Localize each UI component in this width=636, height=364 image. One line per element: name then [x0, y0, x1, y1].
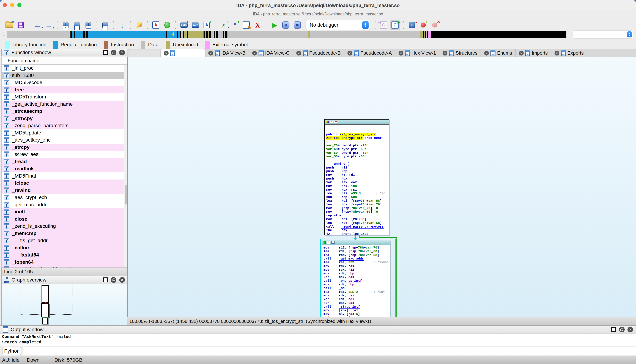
node-group-icon[interactable]: [334, 120, 337, 123]
graph-overview-minimap[interactable]: [2, 284, 127, 325]
make-data-button[interactable]: DATA+: [191, 20, 200, 30]
search-immediate-button[interactable]: #: [61, 20, 71, 30]
asm-line[interactable]: var_70= qword ptr -70h: [326, 144, 388, 148]
tab-pseudocode-a[interactable]: ×Pseudocode-A: [344, 49, 395, 57]
make-name-button[interactable]: s+▾: [219, 20, 228, 30]
function-row[interactable]: f_php_info_print_table_end: [2, 266, 127, 268]
asm-line[interactable]: lea rsi, aSS ; "%s%s": [323, 260, 388, 264]
function-row[interactable]: f_MD5Update: [2, 129, 127, 136]
asm-line[interactable]: call _zend_parse_parameters: [326, 225, 388, 229]
asm-line[interactable]: mov al, [rax+5]: [323, 312, 388, 316]
asm-line[interactable]: mov rbx, rsi: [326, 188, 388, 192]
run-autoanalysis-button[interactable]: [162, 20, 172, 30]
function-row[interactable]: f_calloc: [2, 244, 127, 252]
search-binary-button[interactable]: 101: [84, 20, 93, 30]
tab-close-icon[interactable]: ×: [443, 51, 447, 56]
asm-line[interactable]: mov r8, rdi: [326, 173, 388, 177]
asm-line[interactable]: lea rsi, aSS+2 ; "%s": [323, 290, 388, 294]
function-row[interactable]: f_memcmp: [2, 230, 127, 237]
toolbar-extension-combo[interactable]: ▲▼: [573, 30, 633, 38]
tab-close-icon[interactable]: ×: [347, 51, 352, 56]
asm-line[interactable]: mov [rsp+78h+var_60], 0: [326, 210, 388, 214]
navigate-back-button[interactable]: ←▾: [33, 20, 42, 30]
tab-pseudocode-b[interactable]: ×Pseudocode-B: [293, 49, 344, 57]
function-row[interactable]: f_fread: [2, 158, 127, 165]
node-edit-icon[interactable]: [327, 241, 330, 244]
open-file-button[interactable]: [5, 20, 14, 30]
asm-line[interactable]: lea rbp, [rsp+78h+var_58]: [323, 253, 388, 257]
asm-line[interactable]: [326, 158, 388, 162]
functions-scrollbar[interactable]: [124, 64, 127, 268]
edit-item-button[interactable]: ✎: [242, 20, 251, 30]
asm-line[interactable]: lea rdx, [rsp+78h+var_70]: [326, 203, 388, 206]
jump-address-button[interactable]: ↓: [117, 20, 127, 30]
tab-hex-view-1[interactable]: ×Hex View-1: [395, 49, 440, 57]
python-interpreter-button[interactable]: Python: [3, 347, 21, 355]
asm-line[interactable]: rep stosd: [326, 214, 388, 218]
asm-line[interactable]: zif_tos_encrypt_str proc near: [326, 136, 388, 140]
function-row[interactable]: f_strcpy: [2, 144, 127, 151]
function-row[interactable]: f_ioctl: [2, 208, 127, 216]
function-row[interactable]: f_zend_is_executing: [2, 222, 127, 230]
tab-structures[interactable]: ×Structures: [439, 49, 481, 57]
asm-line[interactable]: mov [rsp+78h+var_70], 0: [326, 206, 388, 210]
node-edit-icon[interactable]: [330, 120, 333, 123]
highlighter-button[interactable]: [134, 20, 144, 30]
function-row[interactable]: f_readlink: [2, 165, 127, 172]
asm-line[interactable]: jz short loc_3822: [326, 232, 388, 236]
function-row[interactable]: f_screw_aes: [2, 151, 127, 158]
function-row[interactable]: f_MD5Final: [2, 172, 127, 180]
float-panel-icon[interactable]: [111, 50, 116, 55]
tab-exports[interactable]: ×Exports: [551, 49, 587, 57]
function-name-column-header[interactable]: Function name: [2, 57, 127, 64]
close-panel-icon[interactable]: ×: [119, 277, 125, 283]
function-row[interactable]: f_close: [2, 216, 127, 223]
tab-enums[interactable]: ×Enums: [481, 49, 515, 57]
maximize-panel-icon[interactable]: [103, 50, 108, 55]
asm-line[interactable]: call _strpprintf: [323, 305, 388, 309]
asm-line[interactable]: xor eax, eax: [326, 180, 388, 184]
asm-line[interactable]: xor edi, edi: [323, 298, 388, 301]
asm-line[interactable]: mov rdx, rax: [323, 264, 388, 268]
maximize-panel-icon[interactable]: [611, 327, 616, 332]
function-row[interactable]: f_aes_crypt_ecb: [2, 194, 127, 201]
asm-line[interactable]: mov rdx, rax: [323, 294, 388, 298]
asm-line[interactable]: xor eax, eax: [323, 301, 388, 305]
node-group-icon[interactable]: [331, 241, 334, 244]
node-color-icon[interactable]: [323, 241, 326, 244]
tab-close-icon[interactable]: ×: [164, 51, 169, 56]
maximize-panel-icon[interactable]: [103, 278, 108, 282]
asm-line[interactable]: lea rdi, [rsp+78h+var_58]: [326, 199, 388, 203]
graph-node-entry[interactable]: public zif_tos_encrypt_strzif_tos_encryp…: [324, 119, 389, 236]
debugger-select[interactable]: No debugger▲▼: [306, 20, 370, 30]
output-log[interactable]: Command "AskNextText" failedSearch compl…: [0, 334, 636, 346]
asm-line[interactable]: mov rcx, r12: [323, 268, 388, 272]
float-panel-icon[interactable]: [111, 277, 116, 283]
tab-close-icon[interactable]: ×: [296, 51, 301, 56]
asm-line[interactable]: [326, 129, 388, 133]
function-row[interactable]: f_get_active_function_name: [2, 100, 127, 108]
save-button[interactable]: [16, 20, 25, 30]
navigate-forward-button[interactable]: →▾: [44, 20, 54, 30]
tab-close-icon[interactable]: ×: [484, 51, 489, 56]
function-row[interactable]: f_strncpy: [2, 115, 127, 122]
debugger-play-button[interactable]: ▶: [270, 20, 279, 30]
function-row[interactable]: f_fclose: [2, 180, 127, 187]
function-row[interactable]: f___fxstat64: [2, 251, 127, 259]
breakpoint-add-button[interactable]: +: [418, 20, 428, 30]
asm-line[interactable]: [326, 125, 388, 129]
function-row[interactable]: f_MD5Transform: [2, 93, 127, 100]
tab-imports[interactable]: ×Imports: [516, 49, 551, 57]
asm-line[interactable]: public zif_tos_encrypt_str: [326, 133, 388, 136]
search-next-button[interactable]: →: [101, 20, 110, 30]
asm-line[interactable]: mov [rbx], rax: [323, 309, 388, 312]
make-anterior-comment-button[interactable]: *+: [230, 20, 240, 30]
tab-ida-view-b[interactable]: ×IDA View-B: [205, 49, 249, 57]
navigation-band[interactable]: [7, 31, 566, 38]
asm-line[interactable]: mov rdi, rbp: [323, 272, 388, 276]
cancel-analysis-button[interactable]: X: [253, 20, 262, 30]
tab-close-icon[interactable]: ×: [208, 51, 213, 56]
tab-ida-view-c[interactable]: ×IDA View-C: [249, 49, 293, 57]
function-row[interactable]: f_rewind: [2, 187, 127, 194]
command-line-input[interactable]: [23, 347, 636, 355]
